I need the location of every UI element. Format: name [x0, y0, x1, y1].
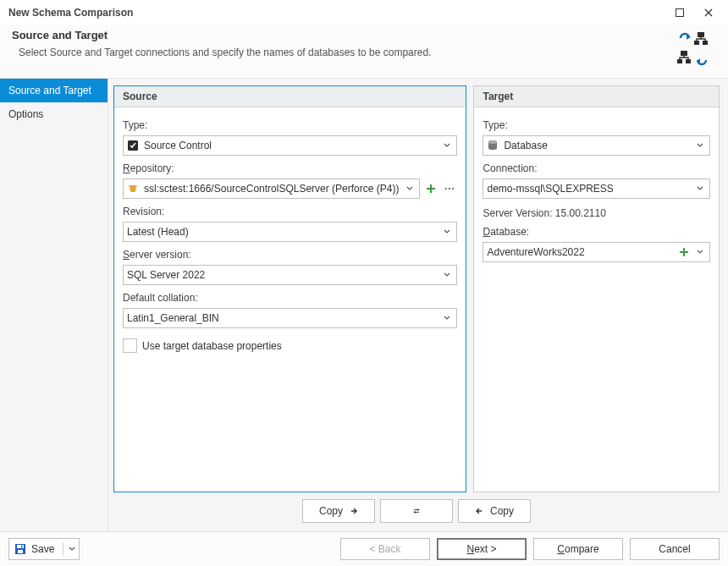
maximize-button[interactable] — [665, 1, 694, 25]
nav-item-source-and-target[interactable]: Source and Target — [0, 79, 108, 102]
target-type-label: Type: — [483, 119, 710, 131]
chevron-down-icon — [404, 185, 416, 192]
source-revision-label: Revision: — [123, 206, 457, 217]
target-database-dropdown[interactable]: AdventureWorks2022 — [483, 242, 710, 262]
use-target-properties-label: Use target database properties — [142, 340, 282, 352]
source-repository-value: ssl:sctest:1666/SourceControlSQLServer (… — [144, 183, 399, 195]
chevron-down-icon — [69, 543, 75, 555]
panels-row: Source Type: Source Control Repository: — [113, 85, 720, 492]
target-server-version-text: Server Version: 15.00.2110 — [483, 207, 710, 219]
source-type-dropdown[interactable]: Source Control — [123, 135, 457, 156]
copy-to-target-button[interactable]: Copy — [302, 499, 375, 523]
svg-rect-4 — [681, 51, 687, 56]
repository-more-button[interactable]: ··· — [442, 179, 457, 198]
plus-icon — [679, 247, 689, 257]
chevron-down-icon — [441, 228, 453, 235]
svg-rect-12 — [18, 550, 23, 553]
compare-label: Compare — [557, 543, 598, 555]
footer: Save < Back Next > Compare Cancel — [0, 531, 728, 566]
use-target-properties-checkbox[interactable]: Use target database properties — [123, 338, 457, 353]
svg-point-9 — [488, 140, 497, 144]
back-button[interactable]: < Back — [340, 538, 430, 560]
target-connection-value: demo-mssql\SQLEXPRESS — [487, 183, 689, 195]
schema-compare-icon — [674, 30, 713, 68]
source-type-label: Type: — [123, 119, 457, 131]
plus-icon — [426, 184, 436, 194]
chevron-down-icon — [441, 272, 453, 278]
next-button[interactable]: Next > — [437, 538, 527, 560]
swap-button[interactable] — [380, 499, 453, 523]
target-panel: Target Type: Database Connection: d — [473, 85, 720, 492]
checkbox-icon — [123, 338, 137, 353]
close-icon — [704, 8, 713, 17]
save-label: Save — [31, 543, 54, 555]
chevron-down-icon — [694, 185, 706, 192]
source-revision-dropdown[interactable]: Latest (Head) — [123, 222, 457, 242]
source-control-icon — [127, 140, 139, 151]
source-repository-row: ssl:sctest:1666/SourceControlSQLServer (… — [123, 179, 457, 199]
target-type-dropdown[interactable]: Database — [483, 135, 710, 156]
target-database-label: Database: — [483, 226, 710, 238]
header-text: Source and Target Select Source and Targ… — [12, 29, 674, 58]
chevron-down-icon — [441, 315, 453, 321]
source-panel-title: Source — [114, 86, 466, 107]
source-repository-dropdown[interactable]: ssl:sctest:1666/SourceControlSQLServer (… — [123, 179, 420, 199]
source-repository-label: Repository: — [123, 162, 457, 174]
svg-rect-13 — [21, 546, 23, 548]
next-label: Next > — [466, 543, 496, 555]
svg-rect-6 — [686, 59, 691, 63]
source-serverver-value: SQL Server 2022 — [127, 269, 436, 281]
add-database-button[interactable] — [679, 243, 689, 261]
left-nav: Source and Target Options — [0, 79, 108, 531]
copy-right-label: Copy — [319, 505, 343, 517]
source-serverver-dropdown[interactable]: SQL Server 2022 — [123, 265, 457, 285]
database-icon — [487, 140, 499, 151]
panel-area: Source Type: Source Control Repository: — [108, 79, 728, 531]
compare-button[interactable]: Compare — [533, 538, 623, 560]
maximize-icon — [676, 8, 684, 17]
page-description: Select Source and Target connections and… — [12, 47, 674, 58]
copy-row: Copy Copy — [113, 499, 720, 523]
target-connection-dropdown[interactable]: demo-mssql\SQLEXPRESS — [483, 179, 710, 199]
window-title: New Schema Comparison — [8, 7, 133, 19]
svg-rect-11 — [17, 545, 24, 548]
source-collation-label: Default collation: — [123, 292, 457, 304]
cancel-label: Cancel — [659, 543, 690, 555]
add-repository-button[interactable] — [423, 179, 438, 198]
chevron-down-icon — [441, 142, 453, 149]
source-serverver-label: Server version: — [123, 249, 457, 261]
target-database-value: AdventureWorks2022 — [487, 246, 674, 258]
back-label: < Back — [369, 543, 400, 555]
source-collation-dropdown[interactable]: Latin1_General_BIN — [123, 308, 457, 328]
target-type-value: Database — [504, 140, 689, 151]
source-panel: Source Type: Source Control Repository: — [113, 85, 466, 492]
window: New Schema Comparison Source and Target … — [0, 0, 728, 566]
repository-icon — [127, 183, 139, 195]
svg-rect-2 — [694, 41, 699, 45]
body: Source and Target Options Source Type: S… — [0, 79, 728, 531]
copy-to-source-button[interactable]: Copy — [458, 499, 531, 523]
cancel-button[interactable]: Cancel — [630, 538, 720, 560]
target-panel-title: Target — [474, 86, 719, 107]
header: Source and Target Select Source and Targ… — [0, 25, 728, 79]
swap-icon — [412, 507, 421, 515]
target-connection-label: Connection: — [483, 162, 710, 174]
chevron-down-icon — [694, 249, 706, 256]
svg-rect-0 — [676, 9, 684, 17]
save-icon — [14, 543, 26, 555]
page-subtitle: Source and Target — [12, 29, 674, 41]
close-button[interactable] — [694, 1, 723, 25]
nav-item-options[interactable]: Options — [0, 102, 108, 126]
save-button[interactable]: Save — [8, 538, 80, 560]
arrow-right-icon — [350, 507, 358, 515]
source-collation-value: Latin1_General_BIN — [127, 312, 436, 324]
target-database-row: AdventureWorks2022 — [483, 242, 710, 262]
titlebar: New Schema Comparison — [0, 0, 728, 25]
chevron-down-icon — [694, 142, 706, 149]
source-revision-value: Latest (Head) — [127, 226, 436, 238]
copy-left-label: Copy — [490, 505, 514, 517]
source-type-value: Source Control — [144, 140, 436, 151]
svg-rect-1 — [698, 32, 704, 37]
svg-rect-3 — [703, 41, 708, 45]
arrow-left-icon — [475, 507, 483, 515]
